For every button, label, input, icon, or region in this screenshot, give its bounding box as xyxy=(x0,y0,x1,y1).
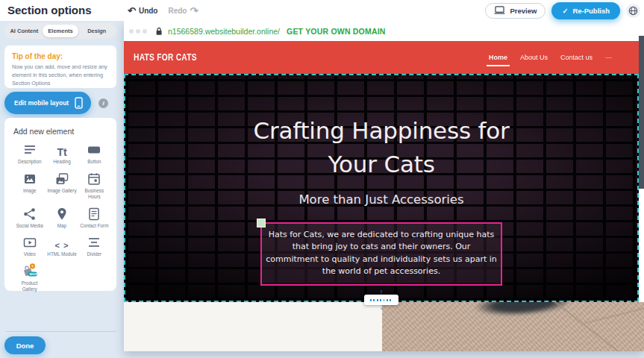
lock-icon xyxy=(155,27,163,36)
topbar-actions: Preview ✓ Re-Publish xyxy=(485,0,640,21)
done-button[interactable]: Done xyxy=(4,336,46,354)
element-label: Video xyxy=(24,251,36,258)
tip-body: Now you can add, move and resize any ele… xyxy=(12,63,109,88)
tab-design[interactable]: Design xyxy=(78,25,115,37)
contact-form-icon xyxy=(87,207,101,222)
browser-dot xyxy=(129,29,134,34)
globe-icon xyxy=(628,6,638,16)
image-gallery-icon xyxy=(54,172,69,186)
element-map[interactable]: Map xyxy=(46,207,78,230)
element-grid: Description Tt Heading Button Image xyxy=(13,142,110,293)
browser-dot xyxy=(143,29,147,34)
element-image[interactable]: Image xyxy=(13,172,46,201)
preview-label: Preview xyxy=(510,7,537,15)
canvas-scrollbar[interactable] xyxy=(639,36,644,189)
tab-elements[interactable]: Elements xyxy=(43,25,79,37)
add-element-title: Add new element xyxy=(13,127,110,136)
element-label: Image Gallery xyxy=(47,188,76,195)
description-icon xyxy=(22,142,37,157)
element-image-gallery[interactable]: Image Gallery xyxy=(46,172,78,201)
element-divider[interactable]: Divider xyxy=(78,235,110,258)
undo-button[interactable]: ↶ Undo xyxy=(128,6,157,16)
undo-label: Undo xyxy=(139,7,158,15)
check-icon: ✓ xyxy=(562,7,568,15)
edit-mobile-label: Edit mobile layout xyxy=(14,99,69,107)
language-button[interactable] xyxy=(626,4,640,18)
preview-button[interactable]: Preview xyxy=(485,3,545,19)
sidebar-tabs: AI Content Elements Design xyxy=(4,23,116,39)
tab-ai-content[interactable]: AI Content xyxy=(6,25,43,37)
section-options-sidebar: AI Content Elements Design Tip of the da… xyxy=(0,21,124,358)
element-heading[interactable]: Tt Heading xyxy=(46,142,78,166)
element-label: Button xyxy=(87,159,101,166)
section-resize-handle[interactable]: ↑ ↓ xyxy=(364,289,398,310)
topbar: Section options ↶ Undo Redo ↷ Preview ✓ … xyxy=(0,0,644,21)
hero-heading[interactable]: Crafting Happiness for Your Cats xyxy=(228,75,535,181)
tip-of-the-day-card: Tip of the day: Now you can add, move an… xyxy=(4,45,116,88)
map-icon xyxy=(54,207,69,222)
element-contact-form[interactable]: Contact Form xyxy=(78,207,110,230)
undo-redo-group: ↶ Undo Redo ↷ xyxy=(128,0,198,21)
element-label: Map xyxy=(57,223,66,230)
edit-mobile-layout-button[interactable]: Edit mobile layout xyxy=(4,92,91,114)
social-media-icon xyxy=(22,207,37,222)
nav-contact[interactable]: Contact us xyxy=(560,54,593,61)
republish-button[interactable]: ✓ Re-Publish xyxy=(551,2,620,19)
site-url[interactable]: n1566589.websitebuilder.online/ xyxy=(168,27,280,36)
phone-icon xyxy=(75,97,83,109)
element-video[interactable]: Video xyxy=(13,235,46,258)
site-nav: Home About Us Contact us — xyxy=(489,41,612,74)
redo-button[interactable]: Redo ↷ xyxy=(168,6,198,16)
sidebar-divider xyxy=(6,331,116,332)
redo-label: Redo xyxy=(168,7,187,15)
element-label: Description xyxy=(18,159,42,166)
grip-dots-icon xyxy=(370,299,393,301)
info-icon: i xyxy=(103,100,104,107)
page-title: Section options xyxy=(7,4,92,16)
hero-subheading[interactable]: More than Just Accessories xyxy=(125,192,637,207)
carpet-seam xyxy=(584,306,644,324)
video-icon xyxy=(22,235,37,250)
get-domain-link[interactable]: GET YOUR OWN DOMAIN xyxy=(287,27,386,36)
element-label: HTML Module xyxy=(47,251,76,258)
republish-label: Re-Publish xyxy=(572,7,610,15)
element-html-module[interactable]: < > HTML Module xyxy=(46,235,78,258)
next-section-carpet-image xyxy=(382,302,644,351)
hero-section[interactable]: Crafting Happiness for Your Cats More th… xyxy=(124,74,639,302)
nav-about[interactable]: About Us xyxy=(520,54,548,61)
nav-home[interactable]: Home xyxy=(489,54,507,61)
image-icon xyxy=(22,172,37,186)
site-logo[interactable]: HATS FOR CATS xyxy=(134,52,197,63)
element-button[interactable]: Button xyxy=(78,142,110,166)
element-description[interactable]: Description xyxy=(13,142,46,166)
heading-icon: Tt xyxy=(57,147,66,157)
tip-title: Tip of the day: xyxy=(12,52,109,60)
site-header[interactable]: HATS FOR CATS Home About Us Contact us — xyxy=(124,41,639,74)
product-gallery-icon: SHOP xyxy=(21,263,39,279)
element-product-gallery[interactable]: SHOP Product Gallery xyxy=(13,264,46,293)
divider-icon xyxy=(87,235,101,250)
business-hours-icon xyxy=(87,172,101,186)
element-label: Social Media xyxy=(16,223,43,230)
mobile-layout-row: Edit mobile layout i xyxy=(4,92,108,114)
html-module-icon: < > xyxy=(55,242,69,250)
nav-more-icon[interactable]: — xyxy=(605,54,612,61)
element-label: Product Gallery xyxy=(13,280,46,293)
devices-icon xyxy=(494,6,505,15)
element-label: Heading xyxy=(53,159,70,166)
element-label: Divider xyxy=(87,251,102,258)
info-button[interactable]: i xyxy=(99,98,108,108)
svg-text:SHOP: SHOP xyxy=(29,272,38,276)
element-drag-handle[interactable] xyxy=(257,219,266,227)
element-business-hours[interactable]: Business Hours xyxy=(78,172,110,201)
browser-dot xyxy=(136,29,140,34)
hero-body-text: Hats for Cats, we are dedicated to craft… xyxy=(266,230,497,277)
button-icon xyxy=(87,142,101,157)
next-section-white-half xyxy=(124,302,382,351)
element-label: Business Hours xyxy=(78,188,110,201)
element-social-media[interactable]: Social Media xyxy=(13,207,46,230)
browser-bar: n1566589.websitebuilder.online/ GET YOUR… xyxy=(124,21,639,41)
redo-icon: ↷ xyxy=(190,6,198,16)
site-canvas: n1566589.websitebuilder.online/ GET YOUR… xyxy=(124,21,644,351)
hero-text-element[interactable]: Hats for Cats, we are dedicated to craft… xyxy=(260,222,502,286)
